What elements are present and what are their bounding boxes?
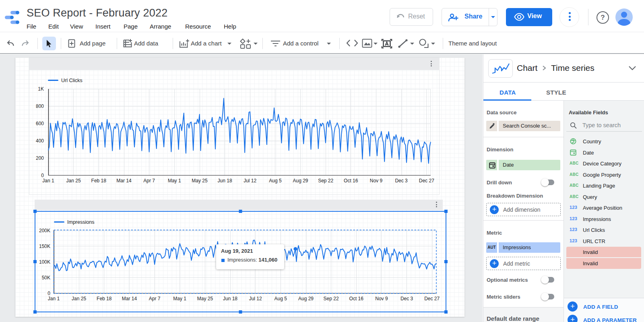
svg-text:Jun 18: Jun 18 [218,178,232,184]
svg-text:Apr 7: Apr 7 [143,178,155,184]
svg-text:200K: 200K [39,228,50,233]
svg-text:Sep 22: Sep 22 [318,178,333,184]
svg-text:600: 600 [36,121,44,126]
svg-text:Sep 22: Sep 22 [324,296,339,301]
svg-text:May 1: May 1 [173,296,186,301]
svg-text:Feb 18: Feb 18 [91,178,107,184]
svg-text:May 1: May 1 [168,178,181,184]
svg-text:Jul 12: Jul 12 [244,178,256,184]
svg-text:50K: 50K [42,275,50,281]
svg-text:Jan 1: Jan 1 [48,296,60,301]
svg-text:0: 0 [47,291,50,296]
svg-text:200: 200 [36,155,44,161]
svg-text:Aug 5: Aug 5 [269,178,282,184]
svg-text:Oct 16: Oct 16 [349,296,364,301]
svg-text:Apr 7: Apr 7 [149,296,161,301]
svg-text:Dec 3: Dec 3 [400,296,413,301]
svg-text:Aug 29: Aug 29 [293,178,308,184]
svg-text:Jul 12: Jul 12 [249,296,262,301]
svg-text:Feb 18: Feb 18 [97,296,112,301]
svg-text:Dec 27: Dec 27 [424,296,440,301]
svg-text:Jan 25: Jan 25 [72,296,86,301]
svg-text:1K: 1K [38,86,44,92]
svg-text:Aug 29: Aug 29 [298,296,314,301]
svg-text:Mar 14: Mar 14 [122,296,137,301]
svg-text:Mar 14: Mar 14 [116,178,132,184]
svg-text:100K: 100K [39,259,50,265]
svg-text:400: 400 [36,138,44,144]
svg-text:Dec 3: Dec 3 [395,178,408,184]
svg-text:Jan 1: Jan 1 [42,178,54,184]
svg-text:May 25: May 25 [192,178,208,184]
svg-text:Aug 5: Aug 5 [275,296,287,301]
svg-text:Nov 9: Nov 9 [375,296,388,301]
svg-text:May 25: May 25 [197,296,213,301]
svg-text:Oct 16: Oct 16 [344,178,358,184]
svg-text:Jan 25: Jan 25 [66,178,81,184]
svg-text:0: 0 [41,173,44,178]
svg-text:Jun 18: Jun 18 [223,296,237,301]
svg-text:Nov 9: Nov 9 [370,178,383,184]
svg-text:800: 800 [36,103,44,109]
svg-text:150K: 150K [39,244,50,249]
svg-text:Dec 27: Dec 27 [419,178,434,184]
